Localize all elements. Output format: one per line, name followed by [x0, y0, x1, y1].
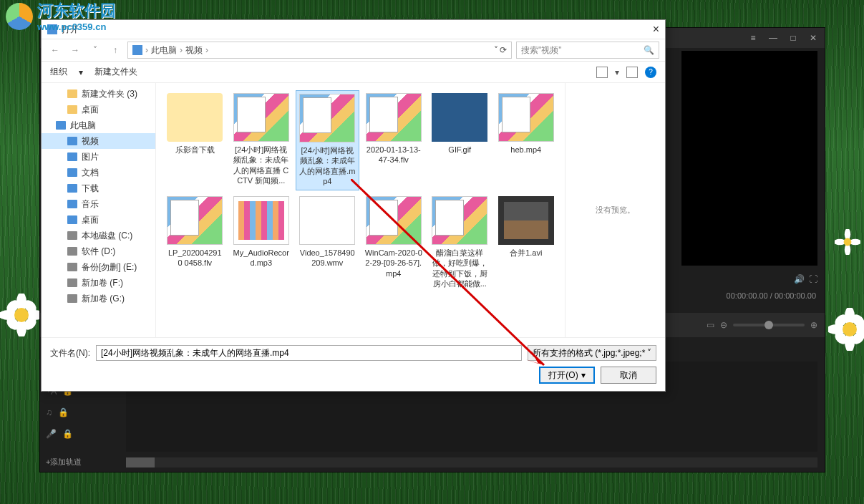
file-item[interactable]: 2020-01-13-13-47-34.flv — [362, 90, 426, 190]
folder-icon — [67, 184, 77, 193]
file-name: My_AudioRecord.mp3 — [233, 248, 291, 268]
sidebar-item[interactable]: 备份[勿删] (E:) — [42, 259, 155, 275]
file-thumbnail — [432, 93, 487, 142]
sidebar-item[interactable]: 本地磁盘 (C:) — [42, 228, 155, 243]
lock-icon[interactable]: 🔒 — [62, 429, 73, 439]
sidebar-item[interactable]: 桌面 — [42, 212, 155, 228]
new-folder-button[interactable]: 新建文件夹 — [94, 66, 137, 78]
zoom-out-icon[interactable]: ⊖ — [720, 320, 727, 330]
sidebar-item[interactable]: 文档 — [42, 165, 155, 180]
file-thumbnail — [233, 196, 289, 245]
filename-input[interactable] — [96, 345, 522, 361]
file-name: WinCam-2020-02-29-[09-26-57].mp4 — [365, 248, 423, 278]
menu-icon[interactable]: ≡ — [746, 31, 760, 45]
fullscreen-icon[interactable]: ⛶ — [809, 274, 817, 284]
file-item[interactable]: 乐影音下载 — [163, 90, 227, 190]
breadcrumb[interactable]: › 此电脑 › 视频 › ˅⟳ — [127, 42, 512, 59]
sidebar-item[interactable]: 视频 — [42, 133, 155, 149]
open-button[interactable]: 打开(O)▾ — [539, 367, 595, 384]
file-item[interactable]: [24小时]网络视频乱象：未成年人的网络直播 CCTV 新闻频... — [230, 90, 293, 190]
file-item[interactable]: LP_2020042910 0458.flv — [163, 193, 227, 294]
file-thumbnail — [432, 196, 487, 245]
view-options-icon[interactable] — [596, 67, 608, 78]
file-thumbnail — [233, 93, 289, 142]
cancel-button[interactable]: 取消 — [601, 367, 656, 384]
preview-controls: 🔊 ⛶ — [681, 271, 817, 287]
close-button[interactable]: ✕ — [806, 31, 820, 45]
folder-icon — [67, 105, 77, 114]
sidebar-item[interactable]: 音乐 — [42, 196, 155, 212]
sidebar-item[interactable]: 下载 — [42, 180, 155, 196]
sidebar-item-label: 新加卷 (F:) — [82, 277, 123, 289]
file-item[interactable]: [24小时]网络视频乱象：未成年人的网络直播.mp4 — [296, 90, 359, 190]
file-item[interactable]: 醋溜白菜这样做，好吃到爆，还特别下饭，厨房小白都能做... — [428, 193, 492, 294]
folder-icon — [67, 278, 77, 287]
sidebar-item[interactable]: 新建文件夹 (3) — [42, 86, 155, 102]
file-thumbnail — [299, 196, 355, 245]
file-thumbnail — [167, 196, 223, 245]
watermark-url: www.pc0359.cn — [37, 21, 116, 32]
folder-tree[interactable]: 新建文件夹 (3)桌面此电脑视频图片文档下载音乐桌面本地磁盘 (C:)软件 (D… — [42, 83, 156, 337]
horizontal-scrollbar[interactable] — [126, 457, 817, 467]
refresh-icon[interactable]: ⟳ — [500, 45, 507, 55]
dialog-body: 新建文件夹 (3)桌面此电脑视频图片文档下载音乐桌面本地磁盘 (C:)软件 (D… — [42, 83, 665, 337]
sidebar-item-label: 下载 — [82, 183, 99, 195]
sidebar-item[interactable]: 新加卷 (G:) — [42, 291, 155, 306]
file-name: 2020-01-13-13-47-34.flv — [365, 145, 423, 165]
file-item[interactable]: My_AudioRecord.mp3 — [230, 193, 293, 294]
lock-icon[interactable]: 🔒 — [58, 407, 69, 417]
flower-decoration — [828, 308, 864, 351]
file-item[interactable]: WinCam-2020-02-29-[09-26-57].mp4 — [362, 193, 426, 294]
sidebar-item-label: 软件 (D:) — [82, 246, 115, 258]
sidebar-item[interactable]: 软件 (D:) — [42, 243, 155, 259]
sidebar-item-label: 备份[勿删] (E:) — [82, 261, 137, 273]
sidebar-item[interactable]: 此电脑 — [42, 117, 155, 133]
maximize-button[interactable]: □ — [786, 31, 800, 45]
sidebar-item-label: 音乐 — [82, 198, 99, 210]
file-item[interactable]: GIF.gif — [428, 90, 492, 190]
file-thumbnail — [167, 93, 223, 142]
add-track-button[interactable]: +添加轨道 — [46, 457, 82, 467]
close-button[interactable]: × — [653, 23, 659, 36]
watermark-site: 河东软件园 — [37, 0, 116, 21]
file-open-dialog: 打开 × ← → ˅ ↑ › 此电脑 › 视频 › ˅⟳ 搜索"视频" 🔍 组织… — [41, 19, 666, 392]
file-item[interactable]: heb.mp4 — [495, 90, 558, 190]
sidebar-item[interactable]: 图片 — [42, 149, 155, 165]
watermark: 河东软件园 www.pc0359.cn — [6, 0, 116, 32]
mic-track-icon[interactable]: 🎤 — [46, 429, 57, 439]
breadcrumb-pc[interactable]: 此电脑 — [151, 44, 177, 57]
file-item[interactable]: 合并1.avi — [495, 193, 558, 294]
fit-icon[interactable]: ▭ — [707, 320, 714, 330]
file-name: 合并1.avi — [510, 248, 542, 258]
recent-dropdown[interactable]: ˅ — [87, 42, 103, 58]
search-input[interactable]: 搜索"视频" 🔍 — [516, 42, 659, 59]
zoom-slider[interactable] — [733, 324, 805, 326]
help-icon[interactable]: ? — [645, 67, 656, 78]
file-grid[interactable]: 乐影音下载[24小时]网络视频乱象：未成年人的网络直播 CCTV 新闻频...[… — [156, 83, 565, 337]
zoom-in-icon[interactable]: ⊕ — [810, 320, 817, 330]
folder-icon — [67, 215, 77, 224]
search-icon: 🔍 — [644, 45, 654, 55]
file-type-filter[interactable]: 所有支持的格式 (*.jpg;*.jpeg;*˅ — [528, 345, 656, 361]
folder-icon — [67, 247, 77, 256]
organize-menu[interactable]: 组织 — [50, 66, 67, 78]
file-thumbnail — [299, 94, 355, 142]
folder-icon — [67, 89, 77, 98]
up-button[interactable]: ↑ — [107, 42, 123, 58]
flower-decoration — [0, 294, 43, 336]
forward-button[interactable]: → — [67, 42, 83, 58]
file-item[interactable]: Video_1578490209.wmv — [296, 193, 359, 294]
folder-icon — [67, 294, 77, 303]
minimize-button[interactable]: — — [766, 31, 780, 45]
file-name: Video_1578490209.wmv — [298, 248, 356, 268]
back-button[interactable]: ← — [47, 42, 63, 58]
sidebar-item[interactable]: 新加卷 (F:) — [42, 275, 155, 291]
folder-icon — [67, 168, 77, 177]
sidebar-item[interactable]: 桌面 — [42, 102, 155, 117]
audio-track-icon[interactable]: ♫ — [46, 407, 52, 417]
preview-pane-icon[interactable] — [626, 67, 638, 78]
svg-point-8 — [14, 308, 29, 322]
timecode-display: 00:00:00.00 / 00:00:00.00 — [727, 291, 816, 300]
volume-icon[interactable]: 🔊 — [794, 274, 805, 284]
breadcrumb-folder[interactable]: 视频 — [185, 44, 203, 57]
